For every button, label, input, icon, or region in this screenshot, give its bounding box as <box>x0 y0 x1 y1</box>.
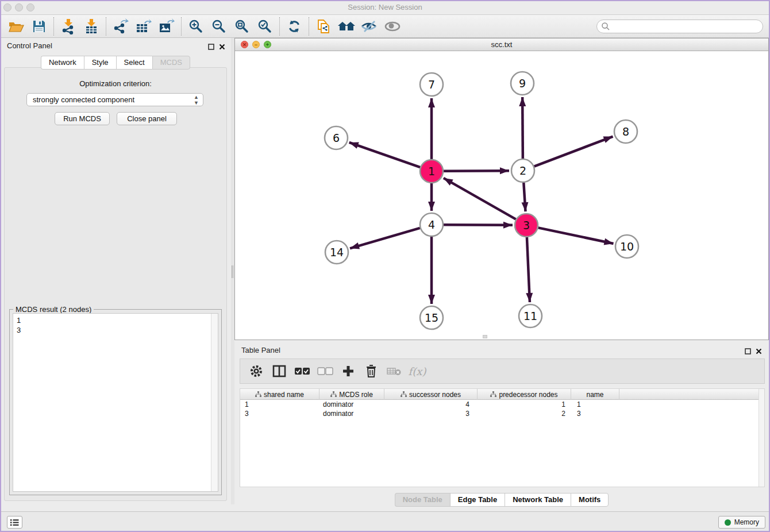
column-label: shared name <box>264 391 304 399</box>
tab-edge-table[interactable]: Edge Table <box>450 493 505 507</box>
tab-network[interactable]: Network <box>41 56 84 70</box>
search-input[interactable] <box>596 20 763 33</box>
export-network-icon[interactable] <box>109 17 132 36</box>
network-window-title: scc.txt <box>235 40 768 49</box>
toolbar-separator <box>181 17 182 36</box>
attribute-tree-icon <box>255 391 261 398</box>
table-tabs: Node Table Edge Table Network Table Moti… <box>234 493 769 507</box>
tab-style[interactable]: Style <box>84 56 116 70</box>
unchecked-boxes-icon[interactable] <box>315 361 336 381</box>
window-titlebar: Session: New Session <box>0 0 770 15</box>
attribute-tree-icon <box>401 391 407 398</box>
attribute-tree-icon <box>330 391 337 398</box>
tab-node-table[interactable]: Node Table <box>395 493 450 507</box>
graph-edge-2-8[interactable] <box>534 137 613 167</box>
clone-network-icon[interactable] <box>312 17 335 36</box>
cell-name: 1 <box>571 400 619 409</box>
cell-mcds-role: dominator <box>319 400 384 409</box>
table-row[interactable]: 1 dominator 4 1 1 <box>240 400 764 409</box>
graph-node-label: 8 <box>622 125 629 138</box>
run-mcds-button[interactable]: Run MCDS <box>55 112 110 125</box>
tab-network-table[interactable]: Network Table <box>505 493 571 507</box>
home-icon[interactable] <box>335 17 358 36</box>
float-panel-icon[interactable] <box>208 42 214 52</box>
graph-edge-3-10[interactable] <box>538 228 614 244</box>
checked-boxes-icon[interactable] <box>292 361 313 381</box>
open-folder-icon[interactable] <box>5 17 28 36</box>
toolbar-separator <box>106 17 106 36</box>
graph-edge-3-11[interactable] <box>527 237 530 302</box>
main-toolbar <box>0 15 770 38</box>
optimization-criterion-value: strongly connected component <box>33 95 134 104</box>
graph-edge-2-9[interactable] <box>522 97 523 159</box>
plus-icon[interactable] <box>338 361 359 381</box>
mcds-result-text[interactable]: 1 3 <box>13 313 218 492</box>
cell-mcds-role: dominator <box>319 409 384 418</box>
zoom-out-icon[interactable] <box>207 17 230 36</box>
table-row[interactable]: 3 dominator 3 2 3 <box>240 409 764 418</box>
memory-button[interactable]: Memory <box>718 516 765 529</box>
network-canvas[interactable]: 7968124314101511 <box>235 51 768 340</box>
graph-node-label: 14 <box>330 246 344 259</box>
network-window-titlebar[interactable]: ✕ − + scc.txt <box>235 38 768 51</box>
control-panel: Control Panel Network Style Select MCDS … <box>0 38 231 504</box>
float-panel-icon[interactable] <box>745 346 751 357</box>
mcds-tab-content: Optimization criterion: strongly connect… <box>4 67 227 501</box>
column-header-shared-name[interactable]: shared name <box>240 389 319 400</box>
column-label: MCDS role <box>339 391 373 399</box>
close-panel-icon[interactable] <box>219 42 225 52</box>
column-header-mcds-role[interactable]: MCDS role <box>319 389 384 400</box>
close-panel-button[interactable]: Close panel <box>117 112 177 125</box>
tab-mcds[interactable]: MCDS <box>152 56 190 70</box>
cell-name: 3 <box>571 409 619 418</box>
graph-edge-4-14[interactable] <box>350 228 420 248</box>
cell-successor-nodes: 3 <box>384 409 478 418</box>
zoom-selected-icon[interactable] <box>253 17 276 36</box>
graph-edge-1-2[interactable] <box>444 171 509 171</box>
control-panel-title: Control Panel <box>7 41 52 50</box>
task-history-button[interactable] <box>7 516 22 529</box>
graph-edge-1-6[interactable] <box>349 142 421 167</box>
result-scrollbar[interactable] <box>211 314 218 491</box>
cell-predecessor-nodes: 1 <box>478 400 571 409</box>
save-icon[interactable] <box>28 17 51 36</box>
table-panel: Table Panel f(x) <box>234 342 769 511</box>
import-network-icon[interactable] <box>57 17 80 36</box>
export-image-icon[interactable] <box>155 17 178 36</box>
network-window: ✕ − + scc.txt 7968124314101511 <box>234 38 769 340</box>
cell-shared-name: 1 <box>240 400 319 409</box>
toolbar-separator <box>53 17 54 36</box>
graph-node-label: 7 <box>428 78 435 91</box>
delete-column-icon[interactable] <box>384 361 405 381</box>
show-eye-icon[interactable] <box>381 17 404 36</box>
toolbar-separator <box>309 17 309 36</box>
graph-node-label: 15 <box>425 311 438 324</box>
control-panel-tabs: Network Style Select MCDS <box>0 56 231 70</box>
graph-edge-2-3[interactable] <box>523 183 525 211</box>
tab-select[interactable]: Select <box>116 56 152 70</box>
column-header-predecessor-nodes[interactable]: predecessor nodes <box>478 389 571 400</box>
graph-edge-4-3[interactable] <box>444 225 513 225</box>
hide-eye-icon[interactable] <box>358 17 381 36</box>
export-table-icon[interactable] <box>132 17 155 36</box>
column-label: name <box>586 391 603 399</box>
mcds-result-box: MCDS result (2 nodes) 1 3 <box>9 309 222 495</box>
import-table-icon[interactable] <box>80 17 103 36</box>
zoom-in-icon[interactable] <box>184 17 207 36</box>
canvas-scroll-dot <box>483 335 487 338</box>
tab-motifs[interactable]: Motifs <box>571 493 609 507</box>
close-panel-icon[interactable] <box>756 346 762 357</box>
trash-icon[interactable] <box>361 361 382 381</box>
graph-edge-3-1[interactable] <box>444 178 516 219</box>
optimization-criterion-select[interactable]: strongly connected component ▲▼ <box>26 93 203 106</box>
function-icon[interactable]: f(x) <box>407 361 428 381</box>
column-header-successor-nodes[interactable]: successor nodes <box>384 389 478 400</box>
gear-icon[interactable] <box>246 361 267 381</box>
table-scrollbar[interactable] <box>759 389 764 487</box>
columns-icon[interactable] <box>269 361 290 381</box>
zoom-fit-icon[interactable] <box>230 17 253 36</box>
refresh-icon[interactable] <box>283 17 306 36</box>
graph-node-label: 3 <box>523 219 530 232</box>
node-table: shared name MCDS role successor nodes pr… <box>240 388 765 487</box>
column-header-name[interactable]: name <box>571 389 619 400</box>
